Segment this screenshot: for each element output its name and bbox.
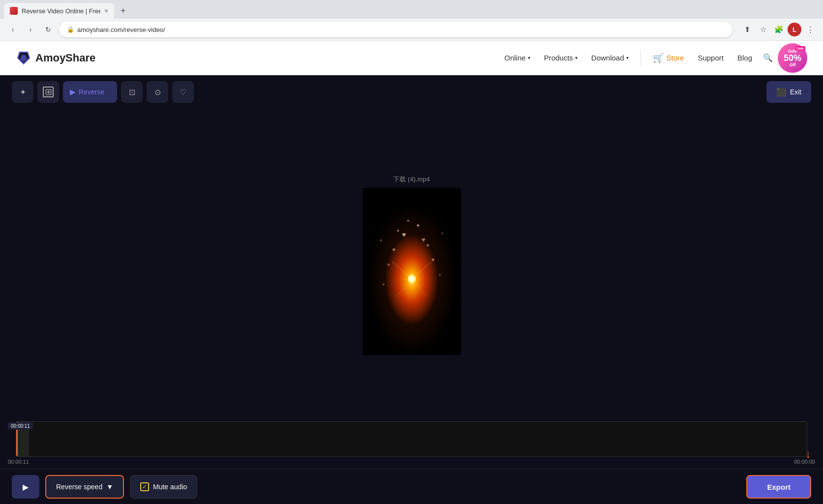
- sale-percent: 50%: [784, 54, 801, 62]
- new-tab-button[interactable]: +: [116, 4, 130, 18]
- tab-favicon: [10, 7, 18, 15]
- svg-text:♥: ♥: [427, 243, 429, 248]
- timeline-track[interactable]: [16, 421, 807, 457]
- video-preview: 下载 (4).mp4 ♥: [0, 109, 823, 421]
- nav-blog[interactable]: Blog: [732, 51, 758, 65]
- tab-close-button[interactable]: ×: [104, 7, 108, 15]
- mute-audio-label: Mute audio: [153, 483, 187, 491]
- export-button[interactable]: Export: [746, 475, 811, 499]
- search-button[interactable]: 🔍: [760, 50, 776, 66]
- reverse-tool-label: Reverse: [79, 88, 104, 96]
- active-tab[interactable]: Reverse Video Online | Free Vide... ×: [4, 3, 114, 19]
- browser-chrome: Reverse Video Online | Free Vide... × + …: [0, 0, 823, 41]
- browser-controls: ‹ › ↻ 🔒 amoyshare.com/reverse-video/ ⬆ ☆…: [0, 19, 823, 40]
- sale-badge[interactable]: Sale 50% Off: [778, 43, 807, 73]
- search-icon: 🔍: [763, 53, 773, 62]
- reverse-speed-button[interactable]: Reverse speed ▼: [45, 475, 124, 499]
- reload-button[interactable]: ↻: [41, 23, 55, 36]
- record-tool-button[interactable]: ⊙: [147, 81, 168, 103]
- timeline-wrapper: 00:00:11: [8, 421, 815, 457]
- main-nav: Online ▾ Products ▾ Download ▾ 🛒 Store S…: [498, 43, 807, 73]
- nav-online[interactable]: Online ▾: [498, 51, 536, 65]
- store-cart-icon: 🛒: [653, 53, 664, 63]
- mute-checkbox: ✓: [140, 482, 149, 491]
- exit-button[interactable]: ⬛ Exit: [766, 81, 811, 103]
- reverse-speed-label: Reverse speed: [56, 483, 102, 491]
- reverse-tool-button[interactable]: ▶ Reverse: [63, 81, 117, 103]
- nav-products[interactable]: Products ▾: [538, 51, 583, 65]
- logo-text: AmoyShare: [35, 52, 95, 64]
- svg-text:♥: ♥: [431, 257, 435, 263]
- profile-button[interactable]: L: [788, 23, 801, 36]
- site-header: AmoyShare Online ▾ Products ▾ Download ▾…: [0, 41, 823, 75]
- nav-divider: [640, 51, 641, 65]
- video-filename: 下载 (4).mp4: [393, 175, 429, 184]
- reverse-speed-dropdown-icon: ▼: [106, 483, 113, 491]
- video-content: ♥ ♥ ♥ ♥ ♥ ♥ ♥ ♥ ♥ ♥ ♥ ♥ ♥: [363, 188, 461, 355]
- address-bar[interactable]: 🔒 amoyshare.com/reverse-video/: [59, 22, 732, 37]
- bottom-controls: ▶ Reverse speed ▼ ✓ Mute audio Export: [0, 469, 823, 504]
- tab-title: Reverse Video Online | Free Vide...: [22, 7, 100, 15]
- effects-tool-button[interactable]: ✦: [12, 81, 33, 103]
- mute-check-icon: ✓: [142, 483, 147, 490]
- svg-text:♥: ♥: [402, 231, 406, 238]
- svg-text:♥: ♥: [392, 246, 396, 253]
- logo-icon: [16, 50, 31, 66]
- svg-rect-2: [363, 188, 461, 355]
- timeline-timecode: 00:00:11: [8, 422, 33, 430]
- nav-products-chevron: ▾: [575, 55, 578, 60]
- video-frame: ♥ ♥ ♥ ♥ ♥ ♥ ♥ ♥ ♥ ♥ ♥ ♥ ♥: [363, 188, 461, 355]
- reverse-video-icon: ▶: [70, 88, 76, 96]
- timeline-start-label: 00:00:11: [8, 459, 29, 465]
- editor-toolbar: ✦ ⊞ ▶ Reverse ⊡ ⊙ ♡ ⬛ Exit: [0, 75, 823, 109]
- nav-support-label: Support: [698, 54, 724, 62]
- menu-button[interactable]: ⋮: [803, 23, 817, 36]
- timeline-labels: 00:00:11 00:00:00: [0, 457, 823, 469]
- timeline-area: 00:00:11: [0, 421, 823, 469]
- sale-off: Off: [790, 62, 796, 67]
- svg-text:♥: ♥: [439, 273, 441, 277]
- crop-tool-button[interactable]: ⊞: [37, 81, 59, 103]
- svg-text:♥: ♥: [407, 218, 409, 223]
- share-button[interactable]: ⬆: [740, 23, 754, 36]
- nav-blog-label: Blog: [737, 54, 752, 62]
- editor-area: ✦ ⊞ ▶ Reverse ⊡ ⊙ ♡ ⬛ Exit 下载 (4).mp4: [0, 75, 823, 504]
- nav-support[interactable]: Support: [692, 51, 730, 65]
- sale-text: Sale: [788, 49, 797, 54]
- timeline-end-arrow: ↓: [805, 447, 811, 461]
- export-label: Export: [767, 483, 791, 491]
- svg-text:♥: ♥: [422, 236, 426, 243]
- forward-button[interactable]: ›: [24, 23, 37, 36]
- nav-online-chevron: ▾: [528, 55, 530, 60]
- svg-text:♥: ♥: [380, 238, 382, 243]
- nav-store[interactable]: 🛒 Store: [647, 50, 690, 66]
- nav-download-label: Download: [591, 54, 624, 62]
- screenshot-icon: ⊡: [129, 88, 135, 97]
- exit-icon: ⬛: [776, 88, 786, 97]
- play-icon: ▶: [23, 482, 29, 492]
- browser-actions: ⬆ ☆ 🧩 L ⋮: [740, 23, 817, 36]
- back-button[interactable]: ‹: [6, 23, 20, 36]
- crop-icon: ⊞: [43, 87, 54, 97]
- svg-text:♥: ♥: [382, 282, 385, 287]
- mute-audio-button[interactable]: ✓ Mute audio: [130, 475, 197, 499]
- nav-products-label: Products: [544, 54, 573, 62]
- svg-text:♥: ♥: [387, 262, 390, 267]
- nav-download-chevron: ▾: [626, 55, 629, 60]
- extensions-button[interactable]: 🧩: [772, 23, 786, 36]
- screenshot-tool-button[interactable]: ⊡: [121, 81, 143, 103]
- nav-online-label: Online: [504, 54, 525, 62]
- bookmark-button[interactable]: ☆: [756, 23, 770, 36]
- logo[interactable]: AmoyShare: [16, 50, 95, 66]
- heart-icon: ♡: [180, 88, 186, 97]
- favorite-tool-button[interactable]: ♡: [172, 81, 194, 103]
- record-icon: ⊙: [154, 88, 161, 97]
- svg-text:♥: ♥: [417, 223, 420, 228]
- nav-download[interactable]: Download ▾: [585, 51, 635, 65]
- address-text: amoyshare.com/reverse-video/: [77, 26, 165, 33]
- play-button[interactable]: ▶: [12, 475, 39, 499]
- svg-text:♥: ♥: [441, 232, 443, 235]
- video-svg: ♥ ♥ ♥ ♥ ♥ ♥ ♥ ♥ ♥ ♥ ♥ ♥ ♥: [363, 188, 461, 355]
- lock-icon: 🔒: [67, 26, 74, 33]
- svg-text:♥: ♥: [397, 229, 399, 233]
